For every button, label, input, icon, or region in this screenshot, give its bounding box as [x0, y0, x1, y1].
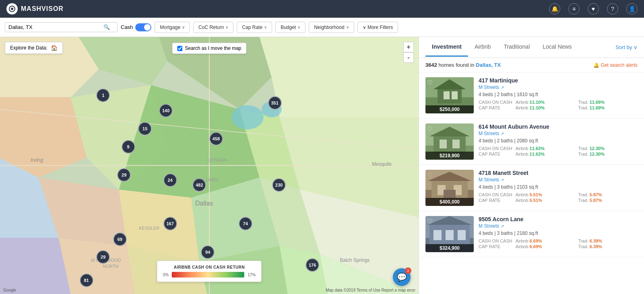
listing-card[interactable]: ♡ $324,900 9505 Acorn Lane M Streets ↗ 4… — [419, 211, 644, 257]
svg-point-24 — [231, 105, 264, 130]
chat-button[interactable]: 💬 2 — [393, 268, 411, 286]
user-icon[interactable]: 👤 — [626, 3, 638, 14]
tab-airbnb[interactable]: Airbnb — [468, 38, 497, 57]
svg-rect-47 — [440, 140, 447, 148]
trad-coc: Trad. 5.87% — [578, 192, 638, 197]
chevron-down-icon: ∨ — [264, 25, 267, 29]
map-cluster[interactable]: 167 — [163, 217, 177, 230]
map-cluster[interactable]: 94 — [201, 245, 215, 259]
chat-badge: 2 — [405, 267, 411, 274]
map-background: Irving Dallas UPTOWN OAK LAWN KESSLER Me… — [0, 37, 419, 294]
logo-text: MASHVISOR — [21, 5, 64, 12]
tab-traditional[interactable]: Traditional — [497, 38, 536, 57]
tab-investment[interactable]: Investment — [425, 38, 468, 57]
listing-financials: CASH ON CASH Airbnb 5.51% Trad. 5.87% CA… — [479, 192, 638, 203]
listing-details-panel: 9505 Acorn Lane M Streets ↗ 4 beds | 3 b… — [479, 216, 638, 252]
cap-rate-label: CAP RATE — [479, 152, 512, 156]
airbnb-cap: Airbnb 11.10% — [516, 105, 575, 110]
external-link-icon: ↗ — [501, 132, 504, 136]
favorite-icon[interactable]: ♡ — [427, 218, 433, 225]
trad-cap: Trad. 11.69% — [578, 105, 638, 110]
explore-label: Explore the Data: — [10, 45, 47, 51]
zoom-in-button[interactable]: + — [403, 42, 414, 52]
zoom-controls: + - — [403, 42, 414, 63]
listing-neighborhood: M Streets ↗ — [479, 223, 638, 229]
favorite-icon[interactable]: ♡ — [427, 79, 433, 86]
help-icon[interactable]: ? — [607, 3, 618, 14]
airbnb-coc: Airbnb 11.10% — [516, 100, 575, 105]
listing-address: 4718 Manett Street — [479, 170, 638, 176]
cash-on-cash-label: CASH ON CASH — [479, 100, 512, 105]
legend-max-label: 17% — [248, 273, 256, 277]
map-cluster[interactable]: 81 — [80, 273, 93, 287]
map-attribution: Map data ©2019 Terms of Use Report a map… — [326, 288, 415, 292]
search-icon: 🔍 — [103, 24, 110, 30]
search-move-checkbox[interactable]: Search as I move the map — [172, 43, 246, 54]
svg-rect-56 — [444, 190, 456, 198]
listing-card[interactable]: ♡ $250,000 417 Martinique M Streets ↗ 4 … — [419, 72, 644, 119]
tab-local-news[interactable]: Local News — [536, 38, 578, 57]
map-cluster[interactable]: 69 — [113, 232, 127, 246]
mortgage-filter[interactable]: Mortgage ∨ — [155, 22, 190, 33]
favorite-icon[interactable]: ♡ — [427, 171, 433, 179]
map-cluster[interactable]: 176 — [305, 258, 319, 272]
home-icon: 🏠 — [51, 45, 58, 51]
cash-toggle-group: Cash — [121, 23, 151, 31]
svg-rect-60 — [433, 230, 442, 240]
listing-financials: CASH ON CASH Airbnb 11.10% Trad. 11.69% … — [479, 100, 638, 110]
budget-filter[interactable]: Budget ∨ — [275, 22, 305, 33]
map-cluster[interactable]: 9 — [122, 140, 135, 154]
more-filters-button[interactable]: ∨ More Filters — [357, 22, 398, 33]
sort-button[interactable]: Sort by ∨ — [615, 44, 638, 50]
neighborhood-text: M Streets — [479, 177, 499, 183]
cash-on-cash-label: CASH ON CASH — [479, 146, 512, 151]
zoom-out-button[interactable]: - — [403, 52, 414, 63]
neighborhood-text: M Streets — [479, 131, 499, 136]
coc-return-filter[interactable]: CoC Return ∨ — [193, 22, 233, 33]
main-content: Irving Dallas UPTOWN OAK LAWN KESSLER Me… — [0, 37, 644, 294]
svg-text:Mesquite: Mesquite — [372, 161, 392, 167]
notification-icon[interactable]: 🔔 — [549, 3, 560, 14]
listing-image: ♡ $400,000 — [425, 170, 474, 206]
location-input[interactable] — [8, 24, 101, 30]
svg-rect-62 — [458, 230, 466, 240]
cap-rate-filter[interactable]: Cap Rate ∨ — [237, 22, 272, 33]
listing-card[interactable]: ♡ $219,900 614 Mount Auburn Avenue M Str… — [419, 119, 644, 165]
results-header: 3642 homes found in Dallas, TX 🔔 Get sea… — [419, 58, 644, 72]
explore-data-button[interactable]: Explore the Data: 🏠 — [5, 42, 63, 54]
listing-details-panel: 4718 Manett Street M Streets ↗ 4 beds | … — [479, 170, 638, 206]
cash-mortgage-toggle[interactable] — [135, 23, 151, 31]
listing-address: 417 Martinique — [479, 77, 638, 84]
location-search-wrap[interactable]: 🔍 — [5, 22, 118, 32]
menu-icon[interactable]: ≡ — [568, 3, 580, 14]
listing-card[interactable]: ♡ $400,000 4718 Manett Street M Streets … — [419, 165, 644, 211]
nav-icons-group: 🔔 ≡ ♥ ? 👤 — [549, 3, 638, 14]
listing-financials: CASH ON CASH Airbnb 11.63% Trad. 12.30% … — [479, 146, 638, 156]
listing-details-panel: 417 Martinique M Streets ↗ 4 beds | 2 ba… — [479, 77, 638, 113]
search-move-label: Search as I move the map — [185, 45, 241, 51]
svg-text:UPTOWN: UPTOWN — [207, 158, 227, 162]
top-navigation: MASHVISOR 🔔 ≡ ♥ ? 👤 — [0, 0, 644, 18]
airbnb-cap: Airbnb 6.69% — [516, 244, 575, 249]
map-cluster[interactable]: 15 — [138, 122, 152, 136]
listing-neighborhood: M Streets ↗ — [479, 177, 638, 183]
listing-specs: 4 beds | 3 baths | 2103 sq.ft — [479, 184, 638, 190]
map-cluster[interactable]: 351 — [268, 96, 282, 110]
search-alerts-button[interactable]: 🔔 Get search alerts — [593, 62, 638, 68]
search-move-input[interactable] — [177, 46, 182, 51]
map-area[interactable]: Irving Dallas UPTOWN OAK LAWN KESSLER Me… — [0, 37, 419, 294]
svg-point-1 — [11, 8, 13, 10]
favorite-icon[interactable]: ♡ — [427, 125, 433, 133]
neighborhood-filter[interactable]: Neighborhood ∨ — [309, 22, 354, 33]
listing-price: $400,000 — [425, 198, 474, 206]
cash-on-cash-label: CASH ON CASH — [479, 192, 512, 197]
svg-marker-19 — [59, 238, 135, 294]
chevron-down-icon: ∨ — [225, 25, 228, 29]
map-cluster[interactable]: 29 — [117, 168, 131, 182]
map-cluster[interactable]: 1 — [96, 88, 110, 102]
svg-marker-6 — [260, 37, 419, 117]
listing-specs: 4 beds | 2 baths | 1610 sq.ft — [479, 92, 638, 97]
map-cluster[interactable]: 74 — [239, 217, 252, 230]
map-cluster[interactable]: 24 — [163, 173, 177, 187]
favorites-icon[interactable]: ♥ — [588, 3, 599, 14]
